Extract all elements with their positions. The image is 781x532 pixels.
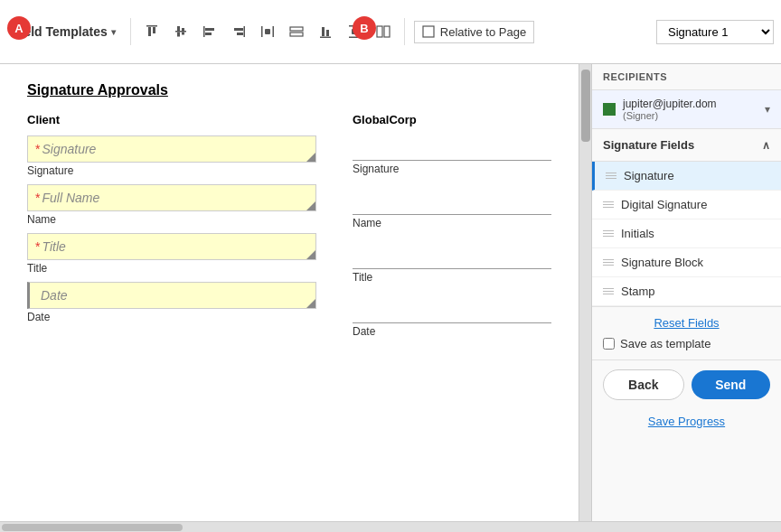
page-icon <box>422 25 435 38</box>
sig-field-stamp[interactable]: Stamp <box>592 277 781 306</box>
fullname-field-label: Name <box>27 213 316 226</box>
svg-rect-27 <box>423 26 434 37</box>
save-template-label: Save as template <box>620 337 710 350</box>
relative-to-page-button[interactable]: Relative to Page <box>414 21 534 43</box>
corp-column-label: GlobalCorp <box>353 113 551 126</box>
recipient-info: jupiter@jupiter.dom (Signer) <box>623 98 757 121</box>
signature-fields-header: Signature Fields ∧ <box>592 129 781 162</box>
sig-field-initials[interactable]: D Initials <box>592 219 781 248</box>
align-top-icon[interactable] <box>140 20 164 43</box>
document-columns: Client * Signature Signature <box>27 113 551 352</box>
signature-field-label: Signature <box>27 164 316 177</box>
svg-rect-13 <box>237 33 243 35</box>
resize-equal-icon[interactable] <box>285 20 308 43</box>
sig-field-signature-block-label: Signature Block <box>621 256 703 269</box>
svg-rect-14 <box>261 26 263 37</box>
title-field-placeholder: Title <box>42 239 65 254</box>
signature-select[interactable]: Signature 1 Signature 2 Signature 3 <box>656 20 774 44</box>
recipient-role: (Signer) <box>623 110 757 121</box>
svg-rect-20 <box>322 27 325 36</box>
send-button[interactable]: Send <box>692 370 771 399</box>
svg-rect-18 <box>290 33 303 36</box>
document-paper: Signature Approvals Client * Signature <box>0 64 579 521</box>
align-right-icon[interactable] <box>227 20 250 43</box>
drag-handle-signature[interactable] <box>606 173 616 179</box>
horizontal-scrollbar-thumb[interactable] <box>2 524 183 531</box>
fullname-corner-mark <box>306 201 315 210</box>
client-column: Client * Signature Signature <box>27 113 316 352</box>
fullname-required-star: * <box>35 191 40 205</box>
corp-date-label: Date <box>353 325 551 338</box>
document-area: Signature Approvals Client * Signature <box>0 64 579 521</box>
corp-signature-line <box>353 135 551 161</box>
drag-handle-stamp[interactable] <box>603 288 614 294</box>
signature-field-box[interactable]: * Signature <box>27 135 316 163</box>
sig-field-digital-signature[interactable]: Digital Signature <box>592 191 781 219</box>
save-template-checkbox[interactable] <box>603 338 615 350</box>
distribute-horizontal-icon[interactable] <box>256 20 279 43</box>
signature-required-star: * <box>35 142 40 156</box>
svg-rect-25 <box>377 26 382 37</box>
title-field-box[interactable]: * Title <box>27 233 316 260</box>
save-template-row: Save as template <box>603 337 770 350</box>
signature-field-placeholder: Signature <box>42 142 96 156</box>
fullname-field-box[interactable]: * Full Name <box>27 184 316 211</box>
reset-fields-button[interactable]: Reset Fields <box>603 316 770 330</box>
svg-rect-5 <box>182 28 184 31</box>
date-field-label: Date <box>27 311 316 323</box>
svg-rect-6 <box>177 33 180 37</box>
recipients-section: RECIPIENTS jupiter@jupiter.dom (Signer) … <box>592 64 781 129</box>
sig-field-signature-label: Signature <box>624 169 674 182</box>
date-corner-mark <box>306 299 315 308</box>
svg-rect-3 <box>175 31 186 33</box>
drag-handle-digital-signature[interactable] <box>603 201 614 208</box>
align-center-icon[interactable] <box>169 20 193 43</box>
client-column-label: Client <box>27 113 316 126</box>
corp-title-group: Title <box>353 244 551 284</box>
svg-rect-4 <box>177 26 180 31</box>
fullname-field-group: * Full Name Name <box>27 184 316 226</box>
panel-actions: Reset Fields Save as template <box>592 307 781 359</box>
svg-rect-1 <box>148 27 151 36</box>
date-field-placeholder: Date <box>41 288 68 303</box>
toolbar-divider-1 <box>130 18 131 45</box>
signature-field-group: * Signature Signature <box>27 135 316 177</box>
date-field-group: Date Date <box>27 282 316 323</box>
svg-rect-21 <box>326 30 329 36</box>
recipient-expand-icon[interactable]: ▾ <box>765 103 770 116</box>
svg-rect-16 <box>265 29 270 34</box>
align-bottom-icon[interactable] <box>314 20 337 43</box>
recipients-section-header: RECIPIENTS <box>592 64 781 90</box>
svg-rect-9 <box>205 28 214 31</box>
relative-to-page-label: Relative to Page <box>440 25 526 39</box>
signature-fields-label: Signature Fields <box>603 138 694 152</box>
corp-date-line <box>353 298 551 323</box>
svg-rect-26 <box>384 26 390 37</box>
sig-field-initials-label: Initials <box>621 227 654 240</box>
sig-field-signature[interactable]: Signature <box>592 162 781 191</box>
corp-name-group: Name <box>353 190 551 229</box>
signature-fields-chevron-icon[interactable]: ∧ <box>762 139 770 152</box>
main-area: A B Signature Approvals Client <box>0 64 781 521</box>
vertical-scrollbar[interactable] <box>579 64 591 521</box>
scrollbar-thumb[interactable] <box>581 70 590 142</box>
drag-handle-initials[interactable] <box>603 230 614 237</box>
svg-rect-8 <box>203 26 205 37</box>
save-progress-link[interactable]: Save Progress <box>592 409 781 437</box>
corp-title-line <box>353 244 551 269</box>
svg-rect-17 <box>290 27 303 31</box>
title-field-label: Title <box>27 262 316 275</box>
fullname-field-placeholder: Full Name <box>42 191 99 205</box>
sig-field-signature-block[interactable]: Signature Block <box>592 248 781 277</box>
horizontal-scrollbar[interactable] <box>0 521 781 532</box>
drag-handle-signature-block[interactable] <box>603 259 614 266</box>
title-required-star: * <box>35 239 40 254</box>
date-field-box[interactable]: Date <box>27 282 316 309</box>
recipients-label: RECIPIENTS <box>603 71 667 82</box>
sig-field-stamp-label: Stamp <box>621 285 655 298</box>
back-button[interactable]: Back <box>603 369 684 400</box>
recipient-color-box <box>603 103 616 116</box>
svg-rect-7 <box>182 33 184 35</box>
recipient-item[interactable]: jupiter@jupiter.dom (Signer) ▾ <box>592 90 781 129</box>
align-left-icon[interactable] <box>198 20 221 43</box>
